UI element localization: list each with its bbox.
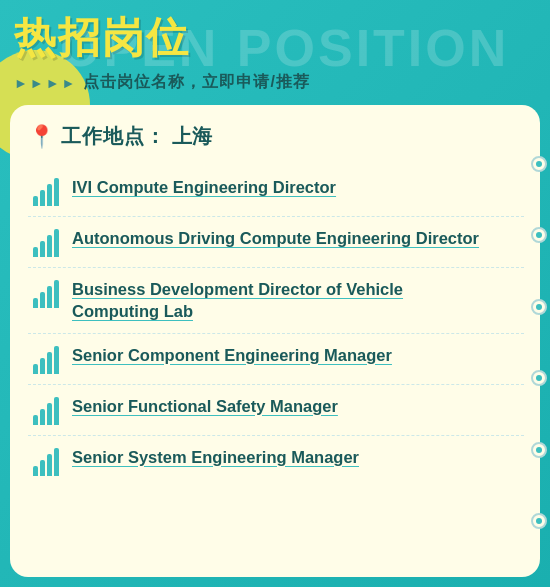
arrow-icons: ►►►► [14, 75, 77, 91]
bar-2 [40, 292, 45, 308]
job-item-4[interactable]: Senior Component Engineering Manager [28, 334, 524, 385]
job-item-5[interactable]: Senior Functional Safety Manager [28, 385, 524, 436]
right-dots-decoration [528, 108, 550, 577]
main-card: 📍 工作地点： 上海 IVI Compute Engineering Direc… [10, 105, 540, 577]
bar-3 [47, 454, 52, 476]
job-list: IVI Compute Engineering Director Autonom… [28, 166, 524, 486]
subtitle-text: 点击岗位名称，立即申请/推荐 [83, 72, 309, 93]
subtitle-row: ►►►► 点击岗位名称，立即申请/推荐 [14, 72, 310, 93]
bar-4 [54, 178, 59, 206]
bar-chart-icon-1 [28, 178, 64, 206]
job-title-6[interactable]: Senior System Engineering Manager [72, 446, 520, 468]
location-icon: 📍 [28, 124, 55, 150]
bar-4 [54, 397, 59, 425]
page-container: OPEN POSITION 热招岗位 ►►►► 点击岗位名称，立即申请/推荐 📍… [0, 0, 550, 587]
job-title-1[interactable]: IVI Compute Engineering Director [72, 176, 520, 198]
bar-1 [33, 364, 38, 374]
location-label: 工作地点： [61, 123, 166, 150]
dot-6 [531, 513, 547, 529]
job-item-3[interactable]: Business Development Director of Vehicle… [28, 268, 524, 334]
bar-2 [40, 460, 45, 476]
job-title-5[interactable]: Senior Functional Safety Manager [72, 395, 520, 417]
bar-1 [33, 298, 38, 308]
job-title-2[interactable]: Autonomous Driving Compute Engineering D… [72, 227, 520, 249]
page-title: 热招岗位 [14, 10, 190, 66]
dot-5 [531, 442, 547, 458]
bar-4 [54, 346, 59, 374]
dot-4 [531, 370, 547, 386]
bar-1 [33, 466, 38, 476]
bar-1 [33, 196, 38, 206]
bar-2 [40, 241, 45, 257]
bar-chart-icon-5 [28, 397, 64, 425]
bar-chart-icon-4 [28, 346, 64, 374]
bar-1 [33, 247, 38, 257]
bar-3 [47, 352, 52, 374]
job-title-4[interactable]: Senior Component Engineering Manager [72, 344, 520, 366]
dot-2 [531, 227, 547, 243]
bar-chart-icon-2 [28, 229, 64, 257]
bar-2 [40, 409, 45, 425]
dot-3 [531, 299, 547, 315]
dot-1 [531, 156, 547, 172]
bar-4 [54, 280, 59, 308]
bar-3 [47, 184, 52, 206]
job-title-3[interactable]: Business Development Director of Vehicle… [72, 278, 520, 323]
job-item-6[interactable]: Senior System Engineering Manager [28, 436, 524, 486]
bar-2 [40, 358, 45, 374]
job-item-2[interactable]: Autonomous Driving Compute Engineering D… [28, 217, 524, 268]
bar-4 [54, 448, 59, 476]
job-item-1[interactable]: IVI Compute Engineering Director [28, 166, 524, 217]
bar-2 [40, 190, 45, 206]
location-city: 上海 [172, 123, 212, 150]
bar-chart-icon-3 [28, 280, 64, 308]
bar-1 [33, 415, 38, 425]
location-row: 📍 工作地点： 上海 [28, 123, 524, 150]
bar-3 [47, 286, 52, 308]
bar-3 [47, 235, 52, 257]
bar-chart-icon-6 [28, 448, 64, 476]
bar-3 [47, 403, 52, 425]
bar-4 [54, 229, 59, 257]
